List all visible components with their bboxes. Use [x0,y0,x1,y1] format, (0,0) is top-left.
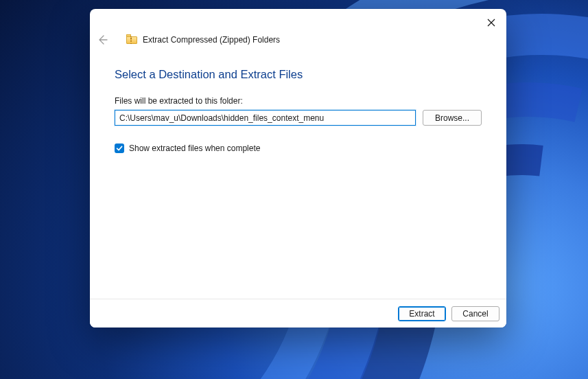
show-files-checkbox-label[interactable]: Show extracted files when complete [129,143,260,153]
back-arrow-icon [97,34,108,45]
checkmark-icon [116,145,123,152]
destination-path-input[interactable] [115,110,416,126]
extract-button[interactable]: Extract [398,306,446,321]
show-files-checkbox[interactable] [115,143,124,153]
back-button[interactable] [95,32,110,47]
zipped-folder-icon [126,34,137,45]
close-icon [487,19,495,27]
dialog-header: Extract Compressed (Zipped) Folders [90,31,506,49]
close-button[interactable] [486,17,497,28]
page-heading: Select a Destination and Extract Files [115,68,482,81]
window-title: Extract Compressed (Zipped) Folders [143,35,280,45]
dialog-footer: Extract Cancel [90,299,506,328]
destination-label: Files will be extracted to this folder: [115,96,482,106]
dialog-content: Select a Destination and Extract Files F… [90,49,506,299]
browse-button[interactable]: Browse... [423,110,482,126]
cancel-button[interactable]: Cancel [451,306,499,321]
extract-dialog: Extract Compressed (Zipped) Folders Sele… [90,9,506,328]
